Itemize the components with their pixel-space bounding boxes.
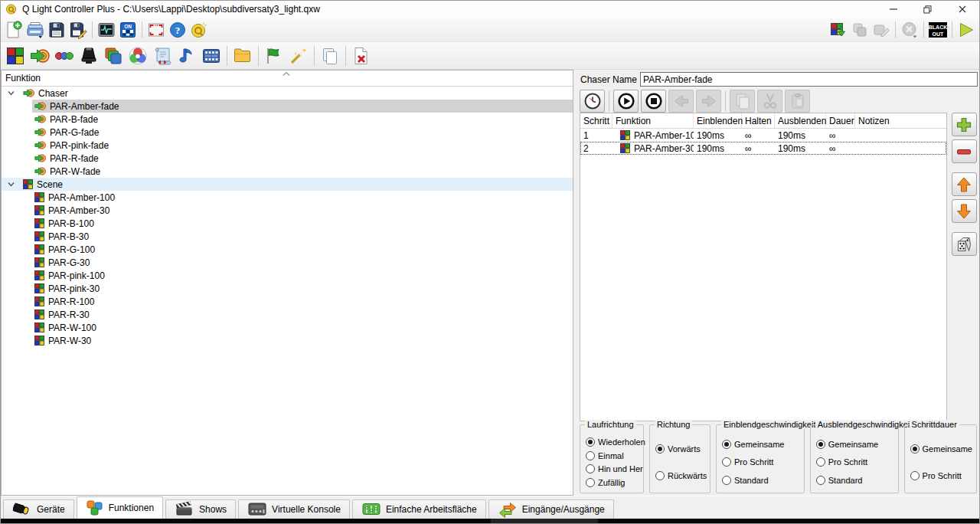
tree-item-par-amber-30[interactable]: PAR-Amber-30 [2,204,573,217]
radio-option-einmal[interactable]: Einmal [586,451,639,460]
radio-icon[interactable] [586,464,595,473]
fullscreen-button[interactable] [145,19,167,41]
tree-group-chaser[interactable]: Chaser [2,87,573,100]
step-function-cell[interactable]: PAR-Amber-30 [612,143,694,154]
step-cell[interactable]: 190ms [775,130,826,141]
new-sequence-button[interactable] [52,44,77,68]
function-wizard-button[interactable] [262,44,286,68]
radio-option-standard[interactable]: Standard [722,476,800,485]
radio-icon[interactable] [816,457,825,467]
radio-icon[interactable] [816,440,825,449]
stop-preview-button[interactable] [641,90,666,113]
step-cell[interactable]: ∞ [826,143,855,154]
shuffle-steps-button[interactable] [952,232,977,256]
radio-icon[interactable] [586,478,595,487]
step-row-1[interactable]: 1PAR-Amber-100190ms∞190ms∞ [580,129,946,142]
radio-option-pro-schritt[interactable]: Pro Schritt [816,457,894,467]
chevron-down-icon[interactable] [5,89,16,97]
close-button[interactable] [945,1,979,18]
radio-icon[interactable] [655,471,665,480]
dmx-monitor-button[interactable] [96,19,117,41]
new-efx-button[interactable] [77,44,101,68]
blackout-button[interactable]: BLACKOUT [927,19,949,41]
chevron-down-icon[interactable] [5,180,16,188]
step-cell[interactable]: 2 [580,143,612,154]
radio-option-standard[interactable]: Standard [816,476,894,485]
remove-step-button[interactable] [952,139,977,163]
tree-item-par-b-fade[interactable]: PAR-B-fade [2,113,573,126]
radio-icon[interactable] [586,451,595,460]
chaser-name-input[interactable] [640,72,978,87]
column-header-schritt[interactable]: Schritt [580,113,612,128]
tree-item-par-r-100[interactable]: PAR-R-100 [2,295,573,308]
step-cell[interactable]: 1 [580,130,612,141]
radio-option-gemeinsame[interactable]: Gemeinsame [910,444,972,454]
tree-item-par-g-100[interactable]: PAR-G-100 [2,243,573,256]
new-document-button[interactable] [3,19,24,41]
step-cell[interactable]: ∞ [826,130,855,141]
save-as-button[interactable] [67,19,89,41]
new-folder-button[interactable] [230,44,255,68]
tree-item-par-b-30[interactable]: PAR-B-30 [2,230,573,243]
radio-option-gemeinsame[interactable]: Gemeinsame [722,440,800,449]
tree-item-par-pink-fade[interactable]: PAR-pink-fade [2,139,573,152]
tree-item-par-r-fade[interactable]: PAR-R-fade [2,152,573,165]
tree-column-header[interactable]: Funktion [2,70,573,87]
radio-icon[interactable] [655,444,665,454]
column-header-halten[interactable]: Halten [742,113,775,128]
clone-function-button[interactable] [318,44,342,68]
tree-item-par-b-100[interactable]: PAR-B-100 [2,217,573,230]
tree-item-par-r-30[interactable]: PAR-R-30 [2,308,573,321]
step-cell[interactable]: ∞ [742,143,775,154]
open-file-button[interactable] [24,19,46,41]
step-cell[interactable]: 190ms [775,143,826,154]
column-header-notizen[interactable]: Notizen [855,113,946,128]
new-chaser-button[interactable] [28,44,52,68]
step-cell[interactable]: 190ms [694,130,742,141]
tab-virtuelle-konsole[interactable]: Virtuelle Konsole [238,499,350,519]
speed-dial-button[interactable] [580,90,605,113]
radio-icon[interactable] [722,457,731,467]
step-row-2[interactable]: 2PAR-Amber-30190ms∞190ms∞ [580,142,946,155]
tree-item-par-w-fade[interactable]: PAR-W-fade [2,165,573,178]
new-scene-button[interactable] [3,44,28,68]
tab-einfache-arbeitsflaeche[interactable]: Einfache Arbeitsfläche [352,499,486,519]
step-cell[interactable]: 190ms [694,143,742,154]
autodetection-wizard-button[interactable] [286,44,311,68]
new-video-button[interactable] [199,44,224,68]
new-script-button[interactable] [150,44,175,68]
radio-icon[interactable] [586,437,595,447]
radio-icon[interactable] [816,476,825,485]
radio-option-pro-schritt[interactable]: Pro Schritt [910,471,972,480]
step-cell[interactable]: ∞ [742,130,775,141]
run-preview-button[interactable] [613,90,639,113]
radio-icon[interactable] [910,444,920,454]
radio-icon[interactable] [910,471,920,480]
tree-item-par-pink-100[interactable]: PAR-pink-100 [2,269,573,282]
tree-item-par-amber-100[interactable]: PAR-Amber-100 [2,191,573,204]
radio-icon[interactable] [722,440,731,449]
add-fixture-button[interactable] [828,19,849,41]
tree-item-par-pink-30[interactable]: PAR-pink-30 [2,282,573,295]
minimize-button[interactable] [876,1,910,18]
radio-icon[interactable] [722,476,731,485]
about-button[interactable] [188,19,210,41]
radio-option-gemeinsame[interactable]: Gemeinsame [816,440,894,449]
save-button[interactable] [46,19,67,41]
radio-option-pro-schritt[interactable]: Pro Schritt [722,457,800,467]
restore-button[interactable] [910,1,945,18]
move-step-up-button[interactable] [952,172,977,196]
step-function-cell[interactable]: PAR-Amber-100 [612,130,694,141]
address-tool-button[interactable]: ON [117,19,139,41]
new-collection-button[interactable] [101,44,126,68]
tree-item-par-g-fade[interactable]: PAR-G-fade [2,126,573,139]
add-step-button[interactable] [952,113,977,136]
tab-shows[interactable]: Shows [165,499,236,519]
column-header-dauer[interactable]: Dauer [826,113,855,128]
tree-item-par-amber-fade[interactable]: PAR-Amber-fade [2,100,573,113]
tree-item-par-w-30[interactable]: PAR-W-30 [2,334,573,347]
radio-option-vorw-rts[interactable]: Vorwärts [655,444,706,454]
tab-funktionen[interactable]: Funktionen [77,496,163,519]
tree-item-par-g-30[interactable]: PAR-G-30 [2,256,573,269]
operate-mode-button[interactable] [956,19,977,41]
